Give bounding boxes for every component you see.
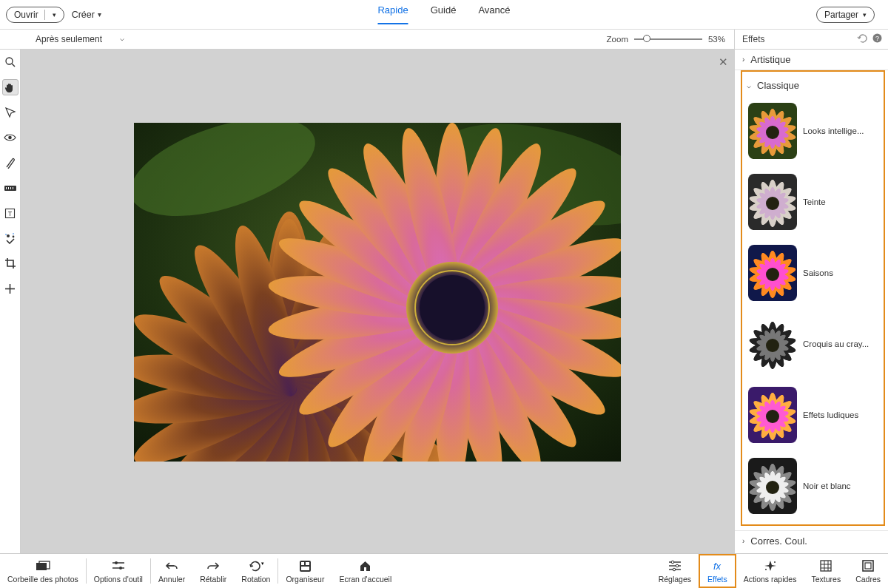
straighten-tool-icon[interactable] <box>2 180 18 196</box>
create-button-label: Créer <box>72 10 95 20</box>
label: Textures <box>811 575 841 584</box>
effect-thumbnail <box>748 245 797 301</box>
label: Rotation <box>241 575 270 584</box>
organizer-button[interactable]: Organiseur <box>278 554 332 588</box>
effect-item[interactable]: Croquis au cray... <box>745 308 882 379</box>
svg-point-4 <box>8 136 12 140</box>
frames-button[interactable]: Cadres <box>848 554 888 588</box>
photo-bin-button[interactable]: Corbeille des photos <box>0 554 86 588</box>
home-icon <box>359 558 371 573</box>
zoom-slider[interactable] <box>634 38 702 40</box>
zoom-slider-knob[interactable] <box>643 35 650 42</box>
chevron-right-icon: › <box>742 537 744 545</box>
spot-heal-tool-icon[interactable] <box>2 230 18 246</box>
svg-rect-8 <box>8 187 9 189</box>
accordion-artistique[interactable]: › Artistique <box>735 50 888 70</box>
label: Actions rapides <box>744 575 797 584</box>
effect-thumbnail <box>748 316 797 372</box>
hand-tool-icon[interactable] <box>2 79 18 95</box>
effect-item[interactable]: Looks intellige... <box>745 95 882 166</box>
chevron-down-icon: ▾ <box>98 10 101 18</box>
accordion-label: Corres. Coul. <box>750 535 807 547</box>
textures-button[interactable]: Textures <box>804 554 848 588</box>
svg-text:?: ? <box>875 35 879 42</box>
svg-point-163 <box>766 268 779 281</box>
effect-thumbnail <box>748 174 797 230</box>
effect-item[interactable]: Effets ludiques <box>745 379 882 450</box>
zoom-value: 53% <box>708 35 725 44</box>
redo-icon <box>206 558 220 573</box>
view-mode-dropdown[interactable]: Après seulement ⌵ <box>36 34 124 44</box>
svg-text:+: + <box>6 132 9 137</box>
create-button[interactable]: Créer ▾ <box>72 10 101 20</box>
undo-button[interactable]: Annuler <box>151 554 192 588</box>
svg-rect-7 <box>6 187 7 189</box>
svg-point-2 <box>6 58 13 64</box>
svg-rect-10 <box>13 187 13 189</box>
type-tool-icon[interactable]: T <box>2 205 18 221</box>
label: Corbeille des photos <box>7 575 78 584</box>
textures-icon <box>820 558 832 573</box>
label: Rétablir <box>200 575 226 584</box>
effect-item[interactable]: Teinte <box>745 166 882 237</box>
effect-thumbnail <box>748 387 797 443</box>
effect-item[interactable]: Saisons <box>745 237 882 308</box>
svg-point-103 <box>766 126 779 139</box>
document-image[interactable]: (function(){ var ns="http://www.w3.org/2… <box>134 123 621 462</box>
help-icon[interactable]: ? <box>872 33 882 46</box>
open-button[interactable]: Ouvrir ▾ <box>6 7 64 23</box>
effect-item[interactable]: Noir et blanc <box>745 450 882 521</box>
bottom-toolbar: Corbeille des photos Options d'outil Ann… <box>0 553 888 588</box>
effect-label: Croquis au cray... <box>803 339 869 348</box>
chevron-down-icon: ▾ <box>53 11 56 18</box>
svg-rect-263 <box>306 562 309 565</box>
quick-select-tool-icon[interactable] <box>2 104 18 121</box>
redeye-tool-icon[interactable]: + <box>2 129 18 146</box>
home-button[interactable]: Ecran d'accueil <box>332 554 399 588</box>
svg-text:fx: fx <box>713 561 722 572</box>
chevron-right-icon: › <box>742 55 744 64</box>
photo-bin-icon <box>36 558 50 573</box>
share-button[interactable]: Partager ▾ <box>816 7 875 23</box>
close-document-button[interactable]: ✕ <box>719 55 728 69</box>
svg-text:T: T <box>8 210 13 217</box>
adjust-icon <box>667 558 682 573</box>
move-tool-icon[interactable] <box>2 280 18 297</box>
effect-label: Effets ludiques <box>803 410 858 419</box>
rotate-button[interactable]: ▾ Rotation <box>234 554 278 588</box>
svg-rect-264 <box>301 567 309 570</box>
accordion-label: Classique <box>757 80 799 91</box>
share-button-label: Partager <box>824 10 858 20</box>
tab-quick[interactable]: Rapide <box>377 4 408 24</box>
zoom-tool-icon[interactable] <box>2 54 18 70</box>
chevron-down-icon: ▾ <box>863 11 867 18</box>
frames-icon <box>862 558 874 573</box>
svg-point-270 <box>673 568 676 571</box>
svg-point-193 <box>766 339 779 352</box>
classic-effects-group: ⌵ Classique Looks intellige...TeinteSais… <box>741 70 885 526</box>
label: Ecran d'accueil <box>339 575 391 584</box>
tool-strip: + T <box>0 50 21 553</box>
svg-point-15 <box>5 234 7 235</box>
quick-actions-button[interactable]: Actions rapides <box>736 554 804 588</box>
view-mode-label: Après seulement <box>36 34 102 44</box>
effect-thumbnail <box>748 458 797 514</box>
adjustments-button[interactable]: Réglages <box>651 554 699 588</box>
label: Cadres <box>855 575 881 584</box>
crop-tool-icon[interactable] <box>2 255 18 271</box>
zoom-control: Zoom 53% <box>607 35 734 44</box>
tab-advanced[interactable]: Avancé <box>478 4 510 24</box>
open-button-label: Ouvrir <box>14 10 38 20</box>
effects-button[interactable]: fx Effets <box>699 554 736 588</box>
label: Effets <box>707 575 727 584</box>
fx-icon: fx <box>709 558 725 573</box>
redo-button[interactable]: Rétablir <box>192 554 234 588</box>
tab-guided[interactable]: Guidé <box>431 4 457 24</box>
svg-point-72 <box>420 275 485 340</box>
whiten-teeth-tool-icon[interactable] <box>2 155 18 171</box>
accordion-color-correct[interactable]: › Corres. Coul. <box>735 530 888 551</box>
tool-options-button[interactable]: Options d'outil <box>87 554 150 588</box>
accordion-classique[interactable]: ⌵ Classique <box>745 75 882 95</box>
undo-history-icon[interactable] <box>856 33 868 46</box>
svg-point-16 <box>13 233 14 234</box>
